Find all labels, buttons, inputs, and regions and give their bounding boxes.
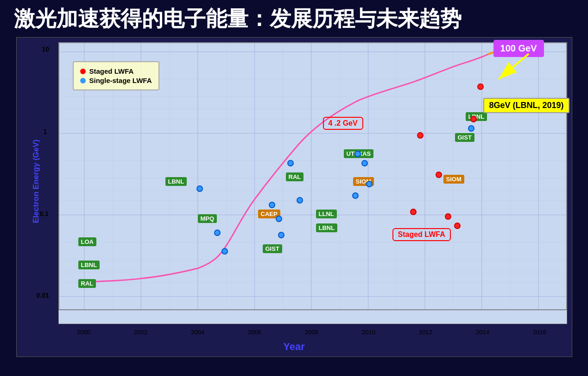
y-tick-1: 1 (44, 128, 47, 135)
dot-blue-12 (352, 192, 359, 199)
label-llnl: LLNL (316, 210, 337, 218)
dot-red-6 (470, 116, 477, 122)
page-container: 激光加速获得的电子能量：发展历程与未来趋势 Electron Energy (G… (0, 0, 588, 376)
x-axis-label: Year (283, 341, 305, 353)
label-ral1: RAL (78, 279, 96, 288)
dot-red-2 (417, 132, 424, 139)
dot-blue-13 (468, 125, 474, 132)
x-tick-2008: 2008 (305, 329, 318, 336)
dot-blue-9 (354, 151, 361, 157)
label-gist1: GIST (263, 244, 282, 253)
chart-container: Electron Energy (GeV) 10 1 0.1 0.01 (16, 37, 572, 357)
dot-red-1 (410, 209, 417, 215)
dot-red-7 (477, 83, 484, 90)
dot-blue-2 (214, 229, 221, 236)
label-loa: LOA (78, 237, 96, 246)
x-tick-2014: 2014 (476, 329, 489, 336)
label-lbnl3: LBNL (316, 223, 338, 232)
legend-single: Single-stage LWFA (80, 76, 152, 84)
dot-blue-3 (221, 248, 228, 255)
dot-blue-7 (297, 197, 303, 204)
legend-red-dot (80, 69, 86, 74)
dot-blue-1 (196, 185, 203, 192)
label-ral2: RAL (286, 172, 304, 181)
y-tick-001: 0.01 (37, 292, 49, 299)
x-tick-2002: 2002 (134, 329, 147, 336)
x-tick-2012: 2012 (419, 329, 432, 336)
callout-4gev: 4 .2 GeV (323, 117, 363, 130)
label-gist2: GIST (455, 133, 474, 142)
dot-blue-5 (276, 216, 282, 222)
legend-staged: Staged LWFA (80, 67, 152, 75)
annotation-100gev: 100 GeV (493, 40, 544, 57)
dot-blue-11 (366, 181, 373, 187)
legend-blue-dot (80, 78, 86, 83)
label-siom2: SIOM (443, 175, 464, 184)
dot-blue-8 (278, 232, 285, 238)
dot-blue-6 (287, 160, 294, 166)
dot-red-3 (436, 172, 442, 178)
label-mpq: MPQ (198, 214, 217, 223)
x-axis-ticks: 2000 2002 2004 2006 2008 2010 2012 2014 … (58, 329, 567, 343)
chart-area: Staged LWFA Single-stage LWFA LOA LBNL R… (58, 42, 567, 324)
x-tick-2016: 2016 (533, 329, 546, 336)
annotation-lbnl2019: 8GeV (LBNL, 2019) (483, 98, 569, 113)
dot-blue-10 (361, 160, 368, 166)
x-tick-2004: 2004 (191, 329, 204, 336)
label-lbnl1: LBNL (78, 261, 100, 269)
x-tick-2006: 2006 (248, 329, 261, 336)
dot-red-5 (454, 223, 461, 229)
label-lbnl2: LBNL (165, 177, 187, 186)
x-tick-2010: 2010 (362, 329, 375, 336)
legend-staged-label: Staged LWFA (89, 67, 134, 75)
y-tick-01: 0.1 (40, 210, 49, 217)
x-tick-2000: 2000 (77, 329, 90, 336)
y-tick-10: 10 (42, 45, 50, 53)
callout-staged-lwfa: Staged LWFA (392, 228, 451, 241)
dot-red-4 (445, 213, 451, 220)
legend: Staged LWFA Single-stage LWFA (73, 61, 159, 90)
page-title: 激光加速获得的电子能量：发展历程与未来趋势 (9, 5, 579, 33)
legend-single-label: Single-stage LWFA (89, 76, 152, 84)
dot-blue-4 (269, 202, 275, 208)
